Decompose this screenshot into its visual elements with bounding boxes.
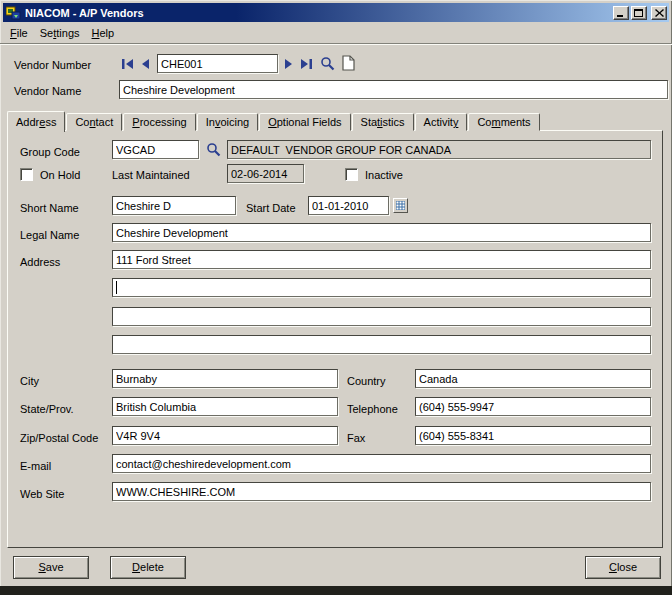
vendor-finder-button[interactable] <box>320 56 335 71</box>
tab-activity[interactable]: Activity <box>415 113 468 131</box>
menu-bar: File Settings Help <box>4 24 120 42</box>
menu-file[interactable]: File <box>4 25 34 41</box>
close-icon <box>655 9 664 17</box>
vendor-name-input[interactable] <box>119 80 668 99</box>
close-window-button[interactable] <box>651 6 667 20</box>
tab-optional-fields[interactable]: Optional Fields <box>259 113 350 131</box>
title-bar: NIACOM - A/P Vendors <box>3 3 669 22</box>
new-record-button[interactable] <box>342 55 355 71</box>
vendor-number-label: Vendor Number <box>14 59 91 72</box>
nav-previous-button[interactable] <box>140 58 150 70</box>
app-window: NIACOM - A/P Vendors File Settings Help … <box>0 0 672 595</box>
menu-help[interactable]: Help <box>86 25 121 41</box>
window-bottom-edge <box>0 586 672 595</box>
nav-last-button[interactable] <box>299 58 313 70</box>
last-record-icon <box>299 58 313 70</box>
address-tab-panel <box>7 130 663 548</box>
vendor-name-label: Vendor Name <box>14 85 81 98</box>
menu-settings[interactable]: Settings <box>34 25 86 41</box>
close-button[interactable]: Close <box>585 556 661 579</box>
nav-next-button[interactable] <box>284 58 294 70</box>
finder-magnifier-icon <box>320 56 335 71</box>
next-record-icon <box>284 58 294 70</box>
minimize-icon <box>616 8 626 17</box>
menu-divider <box>0 43 672 45</box>
tab-address[interactable]: Address <box>7 111 65 132</box>
delete-button[interactable]: Delete <box>110 556 186 579</box>
window-title: NIACOM - A/P Vendors <box>25 7 611 19</box>
tab-comments[interactable]: Comments <box>468 113 539 131</box>
previous-record-icon <box>140 58 150 70</box>
tab-invoicing[interactable]: Invoicing <box>197 113 258 131</box>
first-record-icon <box>121 58 135 70</box>
save-button[interactable]: Save <box>13 556 89 579</box>
tab-strip: Address Contact Processing Invoicing Opt… <box>7 110 541 131</box>
tab-contact[interactable]: Contact <box>66 113 122 131</box>
tab-processing[interactable]: Processing <box>123 113 195 131</box>
vendor-number-input[interactable] <box>157 54 278 73</box>
nav-first-button[interactable] <box>121 58 135 70</box>
maximize-icon <box>634 8 644 17</box>
maximize-button[interactable] <box>631 6 647 20</box>
minimize-button[interactable] <box>613 6 629 20</box>
tab-statistics[interactable]: Statistics <box>352 113 414 131</box>
app-icon <box>6 6 21 20</box>
new-document-icon <box>342 55 355 71</box>
